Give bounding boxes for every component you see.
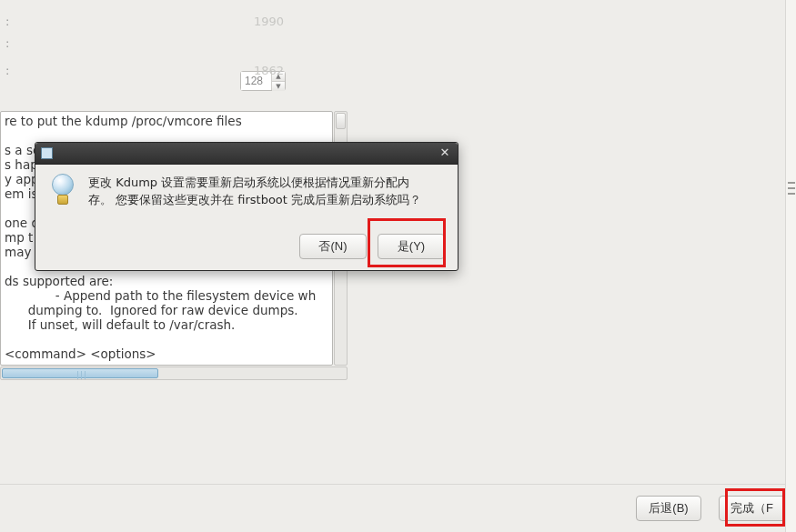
right-scroll-handle-icon	[788, 182, 795, 195]
vertical-scrollbar-thumb[interactable]	[336, 113, 346, 129]
info-value-remaining: 1862	[254, 64, 284, 77]
back-button[interactable]: 后退(B)	[636, 496, 701, 521]
right-scroll-rail[interactable]	[785, 0, 796, 532]
info-colon: :	[5, 15, 9, 28]
dialog-titlebar[interactable]: ✕	[35, 143, 458, 165]
horizontal-scrollbar-thumb[interactable]	[2, 368, 158, 378]
window-icon	[41, 147, 53, 159]
dialog-message-line2: 存。 您要保留这些更改并在 firstboot 完成后重新启动系统吗？	[88, 193, 421, 206]
dialog-message-text: 更改 Kdump 设置需要重新启动系统以便根据情况重新分配内 存。 您要保留这些…	[88, 174, 421, 208]
info-value-total: 1990	[254, 15, 284, 28]
finish-button[interactable]: 完成（F	[719, 496, 785, 521]
info-colon: :	[5, 36, 9, 50]
dialog-message-row: 更改 Kdump 设置需要重新启动系统以便根据情况重新分配内 存。 您要保留这些…	[48, 174, 445, 208]
dialog-message-line1: 更改 Kdump 设置需要重新启动系统以便根据情况重新分配内	[88, 176, 409, 189]
confirm-dialog: ✕ 更改 Kdump 设置需要重新启动系统以便根据情况重新分配内 存。 您要保留…	[35, 142, 458, 271]
spinner-down-button[interactable]: ▼	[272, 82, 285, 91]
lightbulb-icon	[48, 174, 77, 208]
info-colon: :	[5, 64, 9, 77]
dialog-button-row: 否(N) 是(Y)	[299, 234, 445, 259]
horizontal-scrollbar[interactable]	[0, 366, 348, 380]
no-button[interactable]: 否(N)	[299, 234, 367, 259]
dialog-body: 更改 Kdump 设置需要重新启动系统以便根据情况重新分配内 存。 您要保留这些…	[35, 165, 458, 270]
footer-bar: 后退(B) 完成（F	[0, 484, 785, 532]
yes-button[interactable]: 是(Y)	[378, 234, 445, 259]
close-icon[interactable]: ✕	[438, 146, 452, 161]
